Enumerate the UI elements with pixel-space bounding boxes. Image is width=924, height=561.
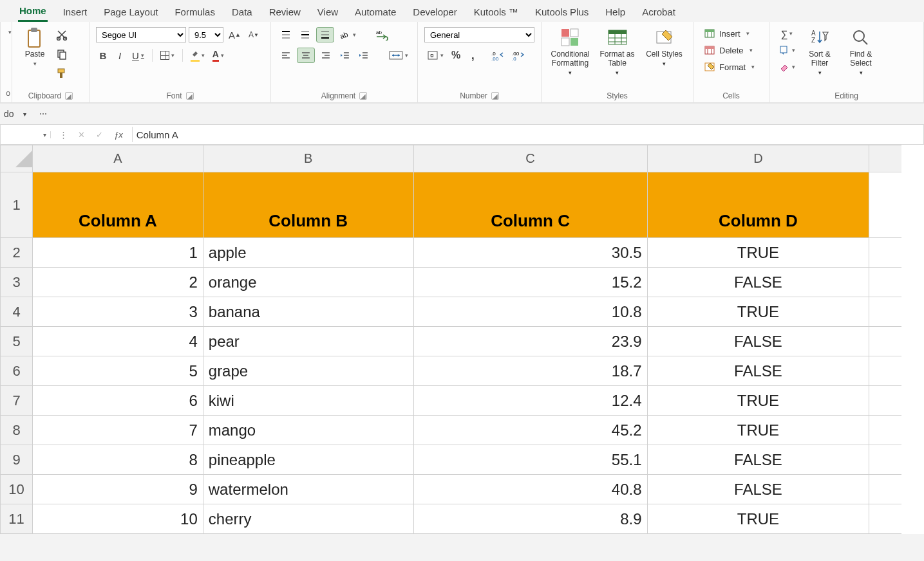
align-right-button[interactable] xyxy=(317,48,334,63)
number-launcher[interactable]: ◢ xyxy=(491,92,499,100)
tab-acrobat[interactable]: Acrobat xyxy=(641,4,677,21)
increase-decimal-button[interactable]: .0.00 xyxy=(489,48,507,63)
tab-automate[interactable]: Automate xyxy=(354,4,397,21)
cut-button[interactable] xyxy=(53,27,70,42)
copy-button[interactable] xyxy=(53,46,70,62)
name-box[interactable]: ▾ xyxy=(1,131,51,138)
underline-button[interactable]: U xyxy=(129,48,147,63)
cell[interactable]: TRUE xyxy=(647,386,869,416)
cell-blank[interactable] xyxy=(869,504,901,534)
col-header-c[interactable]: C xyxy=(413,145,647,172)
cell[interactable]: banana xyxy=(203,297,413,327)
cell[interactable]: FALSE xyxy=(647,475,869,504)
qat-overflow[interactable]: ⋯ xyxy=(36,106,50,122)
row-header-1[interactable]: 1 xyxy=(1,172,33,238)
comma-style-button[interactable]: , xyxy=(466,48,480,63)
cell[interactable]: 10 xyxy=(33,504,203,534)
cell-blank[interactable] xyxy=(869,445,901,475)
cell[interactable]: mango xyxy=(203,416,413,445)
header-cell-c1[interactable]: Column C xyxy=(413,172,647,238)
cell[interactable]: TRUE xyxy=(647,504,869,534)
fx-cancel-button[interactable]: ✕ xyxy=(74,127,88,142)
fx-icon[interactable]: ƒx xyxy=(110,130,127,140)
col-header-blank[interactable] xyxy=(869,145,901,172)
cell[interactable]: 7 xyxy=(33,416,203,445)
autosum-button[interactable]: ∑ xyxy=(776,26,798,41)
conditional-formatting-button[interactable]: Conditional Formatting▾ xyxy=(548,24,592,78)
cell[interactable]: grape xyxy=(203,356,413,386)
qat-dropdown[interactable]: ▾ xyxy=(18,106,32,122)
cell[interactable]: kiwi xyxy=(203,386,413,416)
number-format-combo[interactable]: General xyxy=(424,27,534,42)
cell[interactable]: 30.5 xyxy=(413,238,647,268)
paste-button[interactable]: Paste ▾ xyxy=(19,24,51,69)
cell[interactable]: 5 xyxy=(33,356,203,386)
cell[interactable]: 45.2 xyxy=(413,416,647,445)
row-header[interactable]: 8 xyxy=(1,416,33,445)
tab-help[interactable]: Help xyxy=(604,4,627,21)
cell[interactable]: cherry xyxy=(203,504,413,534)
orientation-button[interactable]: ab xyxy=(337,27,359,42)
cell[interactable]: 18.7 xyxy=(413,356,647,386)
increase-indent-button[interactable] xyxy=(355,48,372,63)
tab-insert[interactable]: Insert xyxy=(62,4,89,21)
tab-page-layout[interactable]: Page Layout xyxy=(102,4,159,21)
cell[interactable]: TRUE xyxy=(647,297,869,327)
cell[interactable]: FALSE xyxy=(647,445,869,475)
delete-cells-button[interactable]: Delete xyxy=(700,42,762,58)
format-cells-button[interactable]: Format xyxy=(700,59,762,75)
fill-color-button[interactable] xyxy=(188,48,207,63)
font-launcher[interactable]: ◢ xyxy=(186,92,194,100)
cell[interactable]: 15.2 xyxy=(413,268,647,297)
merge-center-button[interactable] xyxy=(386,48,411,63)
align-bottom-button[interactable] xyxy=(316,27,334,42)
tab-developer[interactable]: Developer xyxy=(411,4,458,21)
row-header[interactable]: 6 xyxy=(1,356,33,386)
cell[interactable]: FALSE xyxy=(647,356,869,386)
cell[interactable]: 1 xyxy=(33,238,203,268)
wrap-text-button[interactable]: ab xyxy=(373,27,392,42)
row-header[interactable]: 4 xyxy=(1,297,33,327)
cell[interactable]: 55.1 xyxy=(413,445,647,475)
col-header-d[interactable]: D xyxy=(647,145,869,172)
cell[interactable]: 10.8 xyxy=(413,297,647,327)
cell-blank[interactable] xyxy=(869,416,901,445)
row-header[interactable]: 10 xyxy=(1,475,33,504)
header-cell-a1[interactable]: Column A xyxy=(33,172,203,238)
row-header[interactable]: 2 xyxy=(1,238,33,268)
unknown-dropdown[interactable] xyxy=(2,24,16,40)
cell[interactable]: 40.8 xyxy=(413,475,647,504)
cell[interactable]: 3 xyxy=(33,297,203,327)
font-name-combo[interactable]: Segoe UI xyxy=(96,27,186,42)
align-middle-button[interactable] xyxy=(297,27,314,42)
tab-home[interactable]: Home xyxy=(18,3,48,22)
clipboard-launcher[interactable]: ◢ xyxy=(65,92,73,100)
cell[interactable]: TRUE xyxy=(647,416,869,445)
cell[interactable]: 12.4 xyxy=(413,386,647,416)
cell[interactable]: orange xyxy=(203,268,413,297)
format-painter-button[interactable] xyxy=(53,66,70,81)
tab-review[interactable]: Review xyxy=(268,4,302,21)
cell-blank[interactable] xyxy=(869,475,901,504)
cell-blank[interactable] xyxy=(869,356,901,386)
cell[interactable]: apple xyxy=(203,238,413,268)
font-color-button[interactable]: A xyxy=(210,48,227,63)
cell[interactable]: 9 xyxy=(33,475,203,504)
decrease-decimal-button[interactable]: .00.0 xyxy=(509,48,527,63)
cell[interactable]: 6 xyxy=(33,386,203,416)
tab-view[interactable]: View xyxy=(316,4,339,21)
row-header[interactable]: 7 xyxy=(1,386,33,416)
borders-button[interactable] xyxy=(158,48,177,63)
percent-style-button[interactable]: % xyxy=(449,48,463,63)
cell[interactable]: watermelon xyxy=(203,475,413,504)
align-center-button[interactable] xyxy=(297,48,315,63)
font-size-combo[interactable]: 9.5 xyxy=(189,27,223,42)
header-cell-d1[interactable]: Column D xyxy=(647,172,869,238)
fill-button[interactable] xyxy=(776,42,798,58)
grow-font-button[interactable]: A▲ xyxy=(226,27,243,42)
col-header-a[interactable]: A xyxy=(33,145,203,172)
cell-blank[interactable] xyxy=(869,172,901,238)
select-all-corner[interactable] xyxy=(1,145,33,172)
fx-menu-button[interactable]: ⋮ xyxy=(56,127,70,142)
cell[interactable]: TRUE xyxy=(647,238,869,268)
